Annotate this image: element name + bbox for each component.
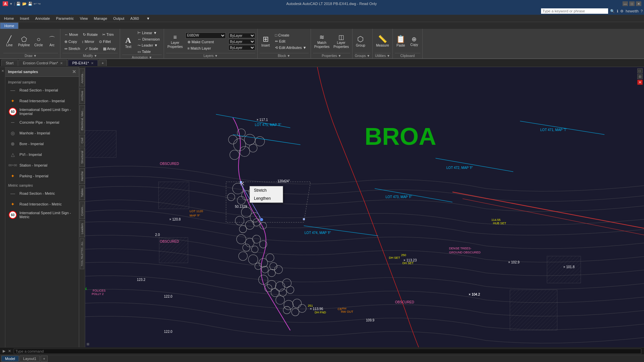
linear-button[interactable]: ⊢ Linear ▼ (136, 30, 162, 36)
rotate-button[interactable]: ↻ Rotate (81, 32, 100, 38)
palette-item-parking-imperial[interactable]: ✦ Parking - Imperial (7, 171, 77, 181)
trim-button[interactable]: ✂ Trim (100, 32, 115, 38)
menu-item-manage[interactable]: Manage (91, 16, 110, 21)
side-tab-structural[interactable]: Structural (79, 148, 85, 167)
svg-rect-51 (85, 130, 116, 158)
palette-item-road-intersection-metric[interactable]: ✦ Road Intersection - Metric (7, 199, 77, 209)
tab-add[interactable]: + (99, 60, 107, 66)
palette-item-road-section-metric[interactable]: — Road Section - Metric (7, 188, 77, 199)
side-tab-electrical[interactable]: Electrical, Mec... (79, 105, 85, 133)
edit-button[interactable]: ✏ Edit (273, 39, 309, 44)
minimize-button[interactable]: — (623, 1, 628, 6)
polyline-button[interactable]: ⬠ Polyline (17, 35, 31, 48)
menu-item-parametric[interactable]: Parametric (53, 16, 76, 21)
palette-item-speed-sign-imperial[interactable]: 60 International Speed Limit Sign - Impe… (7, 106, 77, 117)
array-button[interactable]: ▦ Array (101, 46, 118, 52)
fillet-button[interactable]: ⊙ Fillet (97, 39, 113, 45)
text-button[interactable]: A Text (122, 36, 134, 50)
layer-select[interactable]: E6BDW (185, 33, 226, 39)
side-tab-civil[interactable]: Civil (79, 135, 85, 146)
palette-item-manhole-imperial[interactable]: ◎ Manhole - Imperial (7, 128, 77, 138)
palette-item-speed-sign-metric[interactable]: 60 International Speed Limit Sign - Metr… (7, 209, 77, 220)
maximize-button[interactable]: □ (629, 1, 635, 6)
tab-model[interactable]: Model (1, 356, 19, 362)
side-tab-tables[interactable]: Tables (79, 185, 85, 200)
side-tab-archive[interactable]: Archive (79, 88, 85, 104)
side-tab-annota[interactable]: Annota... (79, 68, 85, 86)
layer-props-btn2[interactable]: ◫ LayerProperties (332, 34, 350, 50)
tab-erosion[interactable]: Erosion Control Plan* ✕ (18, 60, 67, 66)
search-input[interactable] (541, 8, 608, 14)
dimension-button[interactable]: ↔ Dimension (136, 37, 162, 42)
palette-item-pvi-imperial[interactable]: △ PVI - Imperial (7, 149, 77, 160)
mirror-button[interactable]: ↕ Mirror (80, 39, 96, 45)
make-current-button[interactable]: ⊕ Make Current (185, 39, 226, 45)
close-button[interactable]: ✕ (636, 1, 641, 6)
tab-layout1[interactable]: Layout1 (19, 356, 40, 362)
copy-clipboard-button[interactable]: ⊕ Copy (408, 36, 420, 48)
byLayer-select-1[interactable]: ByLayer (228, 33, 255, 38)
tab-pbex41-close[interactable]: ✕ (91, 61, 94, 65)
window-controls[interactable]: — □ ✕ (623, 1, 641, 6)
ucs-icon: ⊞ (87, 342, 89, 346)
context-lengthen[interactable]: Lengthen (250, 194, 283, 202)
scale-button[interactable]: ⤢ Scale (83, 46, 100, 52)
command-input[interactable] (14, 349, 641, 354)
tab-add-layout[interactable]: + (41, 356, 47, 362)
palette-item-road-intersection-imperial[interactable]: ✦ Road Intersection - Imperial (7, 96, 77, 106)
context-stretch[interactable]: Stretch (250, 186, 283, 194)
insert-button[interactable]: ⊞ Insert (260, 35, 272, 48)
side-tab-leaders[interactable]: Leaders (79, 220, 85, 237)
stretch-button[interactable]: ⇔ Stretch (62, 46, 82, 52)
cad-canvas[interactable]: BROA (85, 67, 644, 347)
line-button[interactable]: ╱ Line (3, 35, 15, 48)
group-button[interactable]: ⬡ Group (355, 35, 367, 48)
measure-icon: 📏 (378, 36, 387, 43)
draw-buttons: ╱ Line ⬠ Polyline ○ Circle ⌒ Arc (3, 30, 58, 53)
tab-start[interactable]: Start (1, 60, 18, 66)
byLayer-select-3[interactable]: ByLayer (228, 45, 255, 50)
menu-item-view[interactable]: View (77, 16, 91, 21)
side-tab-tool-palettes[interactable]: TOOL PALETTES - ALL (80, 238, 84, 269)
viewport-close[interactable]: ✕ (637, 80, 643, 85)
create-button[interactable]: □ Create (273, 33, 309, 38)
palette-item-road-section-imperial[interactable]: — Road Section - Imperial (7, 85, 77, 96)
side-tab-herche[interactable]: Herche (79, 168, 85, 184)
paste-button[interactable]: 📋 Paste (395, 35, 407, 48)
move-button[interactable]: ↔ Move (62, 32, 80, 38)
menu-item-insert[interactable]: Insert (17, 16, 32, 21)
close-palette-icon[interactable]: ✕ (1, 69, 4, 73)
palette-item-station-imperial[interactable]: 00+00 Station - Imperial (7, 160, 77, 171)
menu-item-more[interactable]: ▼ (144, 16, 153, 21)
viewport-max[interactable]: □ (637, 68, 643, 73)
svg-text:× 101.8: × 101.8 (563, 265, 575, 269)
copy-button[interactable]: ⊕ Copy (62, 39, 79, 45)
match-layer-button[interactable]: ≡ Match Layer (185, 46, 226, 51)
tab-erosion-close[interactable]: ✕ (60, 61, 63, 65)
circle-button[interactable]: ○ Circle (33, 35, 45, 48)
layer-properties-button[interactable]: ≡ LayerProperties (166, 34, 184, 50)
tab-pbex41[interactable]: PB-EX41* ✕ (68, 60, 98, 66)
menu-item-a360[interactable]: A360 (128, 16, 142, 21)
edit-attributes-button[interactable]: ⟲ Edit Attributes ▼ (273, 45, 309, 51)
menu-item-output[interactable]: Output (111, 16, 127, 21)
side-tab-comm[interactable]: Comm... (79, 201, 85, 219)
leader-button[interactable]: ⤳ Leader ▼ (136, 43, 162, 48)
help-icon[interactable]: ? (641, 9, 643, 13)
command-cancel-icon[interactable]: ✕ (8, 349, 11, 353)
properties-buttons: ≋ MatchProperties ◫ LayerProperties (313, 30, 350, 53)
palette-close-button[interactable]: ✕ (72, 69, 76, 74)
match-properties-button[interactable]: ≋ MatchProperties (313, 34, 331, 50)
menu-item-annotate[interactable]: Annotate (33, 16, 53, 21)
polyline-icon: ⬠ (21, 36, 27, 43)
arc-button[interactable]: ⌒ Arc (46, 35, 58, 48)
svg-rect-60 (240, 181, 242, 183)
ribbon-tab-home[interactable]: Home (0, 22, 18, 29)
palette-item-concrete-pipe-imperial[interactable]: ─ Concrete Pipe - Imperial (7, 117, 77, 128)
byLayer-select-2[interactable]: ByLayer (228, 39, 255, 44)
viewport-restore[interactable]: ⊟ (637, 74, 643, 79)
measure-button[interactable]: 📏 Measure (375, 35, 390, 48)
palette-item-bore-imperial[interactable]: ⊗ Bore - Imperial (7, 138, 77, 149)
menu-item-home[interactable]: Home (1, 16, 16, 21)
table-button[interactable]: ▭ Table (136, 49, 162, 55)
